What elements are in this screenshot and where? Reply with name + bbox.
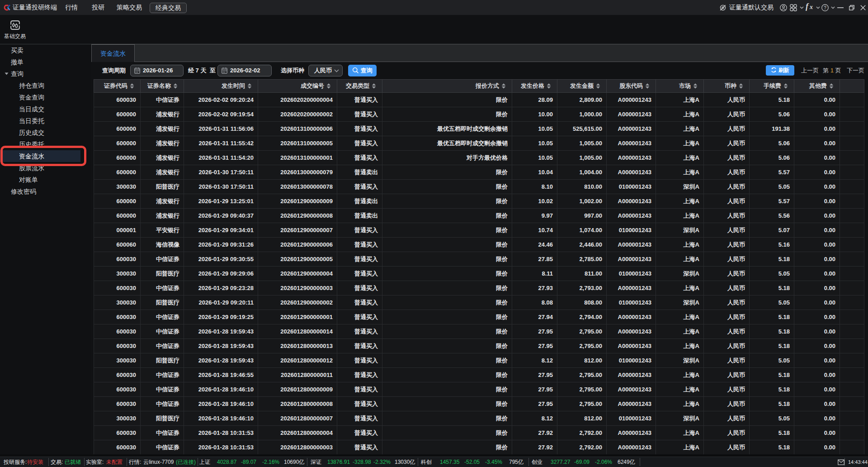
svg-text:?: ? — [824, 5, 826, 10]
